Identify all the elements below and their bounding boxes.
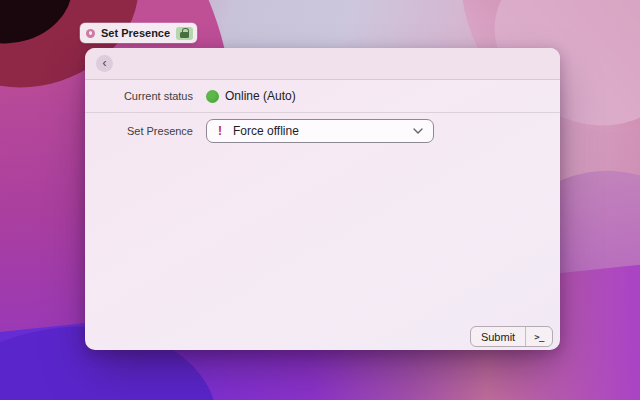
set-presence-window: ‹ Current status Online (Auto) Set Prese… xyxy=(85,48,560,350)
set-presence-row: Set Presence ! Force offline xyxy=(85,119,560,143)
chevron-down-icon xyxy=(413,128,423,134)
presence-select[interactable]: ! Force offline xyxy=(206,119,434,143)
submit-split-button: Submit >_ xyxy=(470,326,553,347)
current-status-value: Online (Auto) xyxy=(225,89,296,103)
current-status-label: Current status xyxy=(85,90,193,102)
app-icon xyxy=(86,29,95,38)
submit-button[interactable]: Submit xyxy=(471,327,525,346)
back-button[interactable]: ‹ xyxy=(96,55,113,72)
lock-icon xyxy=(176,27,193,40)
online-status-icon xyxy=(206,90,219,103)
terminal-button[interactable]: >_ xyxy=(526,327,552,346)
set-presence-tag[interactable]: Set Presence xyxy=(80,23,197,43)
current-status-row: Current status Online (Auto) xyxy=(85,80,560,113)
warning-icon: ! xyxy=(218,124,222,138)
selected-option-label: Force offline xyxy=(233,124,413,138)
tag-label: Set Presence xyxy=(101,27,170,39)
window-header: ‹ xyxy=(85,48,560,80)
set-presence-label: Set Presence xyxy=(85,125,193,137)
